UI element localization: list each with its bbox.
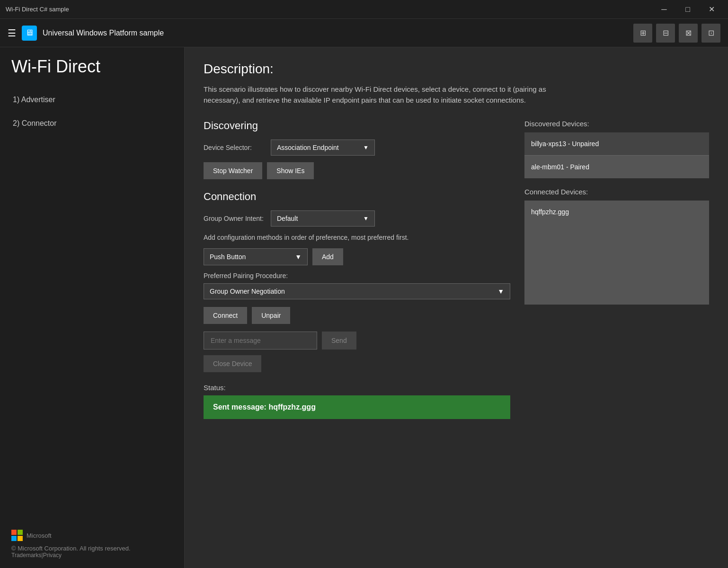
sidebar-title: Wi-Fi Direct xyxy=(0,57,184,88)
device-selector-dropdown[interactable]: Association Endpoint ▼ xyxy=(271,140,375,156)
ms-sq-red xyxy=(11,530,17,535)
title-bar: Wi-Fi Direct C# sample ─ □ ✕ xyxy=(0,0,728,19)
close-device-button[interactable]: Close Device xyxy=(204,355,261,372)
header-icon-1[interactable]: ⊞ xyxy=(633,24,652,43)
status-message: Sent message: hqffpzhz.ggg xyxy=(204,395,510,419)
stop-watcher-button[interactable]: Stop Watcher xyxy=(204,162,262,179)
content-area: Description: This scenario illustrates h… xyxy=(185,47,728,568)
app-header-icons: ⊞ ⊟ ⊠ ⊡ xyxy=(633,24,720,43)
push-button-dropdown[interactable]: Push Button ▼ xyxy=(204,248,308,265)
header-icon-2[interactable]: ⊟ xyxy=(656,24,675,43)
config-add-row: Push Button ▼ Add xyxy=(204,248,510,265)
message-row: Send xyxy=(204,332,510,350)
right-col: Discovered Devices: billya-xps13 - Unpai… xyxy=(524,120,709,419)
connected-devices-box: hqffpzhz.ggg xyxy=(524,201,709,305)
send-button[interactable]: Send xyxy=(322,332,356,350)
window-title: Wi-Fi Direct C# sample xyxy=(6,6,69,13)
device-selector-row: Device Selector: Association Endpoint ▼ xyxy=(204,140,510,156)
sidebar-footer: Microsoft © Microsoft Corporation. All r… xyxy=(0,530,185,559)
device-selector-chevron-icon: ▼ xyxy=(363,144,369,151)
sidebar: Wi-Fi Direct 1) Advertiser 2) Connector … xyxy=(0,47,185,568)
status-label: Status: xyxy=(204,384,510,392)
preferred-pairing-value: Group Owner Negotiation xyxy=(210,288,285,295)
left-col: Discovering Device Selector: Association… xyxy=(204,120,510,419)
app-header: ☰ 🖥 Universal Windows Platform sample ⊞ … xyxy=(0,19,728,47)
preferred-pairing-dropdown[interactable]: Group Owner Negotiation ▼ xyxy=(204,283,510,299)
discovered-device-1[interactable]: billya-xps13 - Unpaired xyxy=(524,132,709,156)
header-icon-3[interactable]: ⊠ xyxy=(679,24,698,43)
footer-links: Trademarks|Privacy xyxy=(11,552,173,559)
two-col-layout: Discovering Device Selector: Association… xyxy=(204,120,709,419)
connected-device-1: hqffpzhz.ggg xyxy=(531,208,569,216)
push-button-chevron-icon: ▼ xyxy=(295,253,302,261)
connection-section: Connection Group Owner Intent: Default ▼… xyxy=(204,191,510,372)
header-icon-4[interactable]: ⊡ xyxy=(701,24,720,43)
message-input[interactable] xyxy=(204,332,317,350)
copyright-text: © Microsoft Corporation. All rights rese… xyxy=(11,545,173,552)
discovered-device-2[interactable]: ale-mbm01 - Paired xyxy=(524,156,709,178)
discovered-devices-list: billya-xps13 - Unpaired ale-mbm01 - Pair… xyxy=(524,132,709,178)
ms-sq-yellow xyxy=(18,536,23,541)
ms-squares-icon xyxy=(11,530,23,541)
push-button-value: Push Button xyxy=(210,253,246,261)
add-button[interactable]: Add xyxy=(312,248,343,265)
close-device-row: Close Device xyxy=(204,355,510,372)
ms-sq-blue xyxy=(11,536,17,541)
discovered-devices-label: Discovered Devices: xyxy=(524,120,709,128)
hamburger-button[interactable]: ☰ xyxy=(8,27,16,39)
app-header-title: Universal Windows Platform sample xyxy=(43,29,164,37)
discovering-btn-row: Stop Watcher Show IEs xyxy=(204,162,510,179)
unpair-button[interactable]: Unpair xyxy=(252,307,290,324)
connection-title: Connection xyxy=(204,191,510,203)
description-text: This scenario illustrates how to discove… xyxy=(204,84,563,105)
group-owner-intent-label: Group Owner Intent: xyxy=(204,215,265,222)
preferred-pairing-label: Preferred Pairing Procedure: xyxy=(204,272,510,280)
connected-devices-label: Connected Devices: xyxy=(524,188,709,196)
app-header-left: ☰ 🖥 Universal Windows Platform sample xyxy=(8,26,164,41)
device-selector-value: Association Endpoint xyxy=(277,144,339,151)
config-desc-text: Add configuration methods in order of pr… xyxy=(204,233,510,243)
connect-button[interactable]: Connect xyxy=(204,307,247,324)
group-owner-intent-row: Group Owner Intent: Default ▼ xyxy=(204,210,510,227)
close-button[interactable]: ✕ xyxy=(701,2,722,17)
sidebar-item-connector[interactable]: 2) Connector xyxy=(0,112,184,135)
status-area: Status: Sent message: hqffpzhz.ggg xyxy=(204,384,510,419)
privacy-link[interactable]: Privacy xyxy=(43,552,62,559)
connect-row: Connect Unpair xyxy=(204,307,510,324)
discovering-title: Discovering xyxy=(204,120,510,132)
ms-logo: Microsoft xyxy=(11,530,173,541)
company-name: Microsoft xyxy=(27,532,52,539)
show-ies-button[interactable]: Show IEs xyxy=(267,162,314,179)
group-owner-intent-dropdown[interactable]: Default ▼ xyxy=(271,210,375,227)
device-selector-label: Device Selector: xyxy=(204,144,265,151)
ms-sq-green xyxy=(18,530,23,535)
title-bar-controls: ─ □ ✕ xyxy=(653,2,722,17)
main-layout: Wi-Fi Direct 1) Advertiser 2) Connector … xyxy=(0,47,728,568)
description-title: Description: xyxy=(204,61,709,77)
minimize-button[interactable]: ─ xyxy=(653,2,675,17)
app-icon: 🖥 xyxy=(22,26,37,41)
sidebar-item-advertiser[interactable]: 1) Advertiser xyxy=(0,88,184,112)
group-owner-intent-chevron-icon: ▼ xyxy=(363,215,369,222)
trademarks-link[interactable]: Trademarks xyxy=(11,552,42,559)
maximize-button[interactable]: □ xyxy=(677,2,699,17)
preferred-pairing-chevron-icon: ▼ xyxy=(497,288,504,295)
title-bar-left: Wi-Fi Direct C# sample xyxy=(6,6,69,13)
group-owner-intent-value: Default xyxy=(277,215,298,222)
